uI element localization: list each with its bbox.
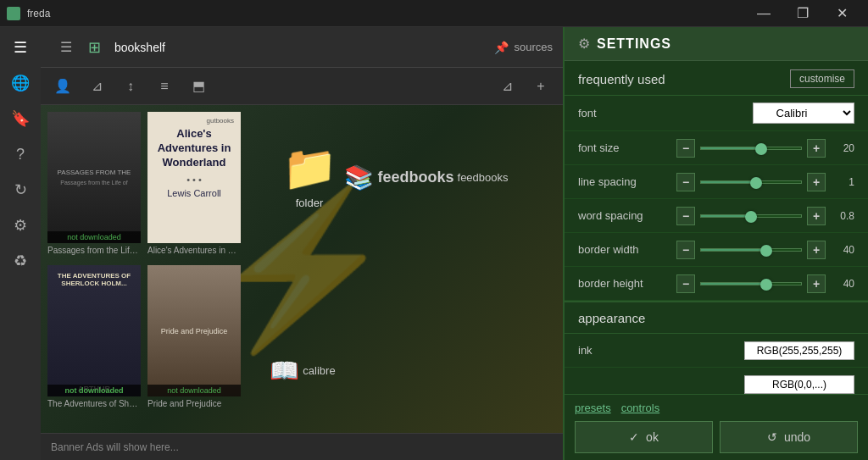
settings-title: SETTINGS bbox=[597, 36, 671, 52]
font-control: Calibri bbox=[753, 103, 854, 124]
font-size-fill bbox=[701, 147, 761, 149]
gear-icon: ⚙ bbox=[578, 36, 590, 52]
footer-links: presets controls bbox=[575, 402, 858, 421]
border-width-track[interactable] bbox=[700, 248, 802, 252]
restore-button[interactable]: ❐ bbox=[783, 0, 822, 27]
customise-button[interactable]: customise bbox=[790, 69, 854, 88]
book-title: The Adventures of Sherl... bbox=[47, 399, 141, 408]
sidebar-item-help[interactable]: ? bbox=[3, 137, 37, 171]
border-height-label: border height bbox=[578, 277, 663, 290]
undo-label: undo bbox=[784, 430, 810, 444]
add-button[interactable]: + bbox=[526, 71, 556, 102]
books-toolbar: 👤 ⊿ ↕ ≡ ⬒ ⊿ + bbox=[41, 68, 563, 105]
app-title: freda bbox=[27, 8, 50, 19]
word-spacing-plus[interactable]: + bbox=[807, 207, 826, 225]
app-icon bbox=[7, 7, 20, 20]
border-height-minus[interactable]: − bbox=[676, 274, 695, 293]
font-select[interactable]: Calibri bbox=[753, 103, 854, 124]
word-spacing-track[interactable] bbox=[700, 214, 802, 218]
word-spacing-minus[interactable]: − bbox=[676, 207, 695, 225]
sidebar-item-recycle[interactable]: ♻ bbox=[3, 244, 37, 278]
line-spacing-plus[interactable]: + bbox=[807, 173, 826, 191]
line-spacing-fill bbox=[701, 181, 756, 183]
list-item[interactable]: gutbooks Alice's Adventures in Wonderlan… bbox=[147, 112, 241, 255]
settings-header: ⚙ SETTINGS bbox=[565, 27, 868, 61]
not-downloaded-badge: not downloaded bbox=[47, 385, 141, 396]
ok-button[interactable]: ✓ ok bbox=[575, 421, 713, 453]
presets-link[interactable]: presets bbox=[575, 402, 611, 414]
bookshelf-label: bookshelf bbox=[114, 41, 165, 54]
word-spacing-label: word spacing bbox=[578, 209, 663, 222]
font-size-row: font size − + 20 bbox=[565, 131, 868, 165]
ink-label: ink bbox=[578, 344, 663, 357]
border-width-minus[interactable]: − bbox=[676, 241, 695, 259]
list-item[interactable]: PASSAGES FROM THE Passages from the Life… bbox=[47, 112, 141, 255]
line-spacing-row: line spacing − + 1 bbox=[565, 165, 868, 199]
ok-checkmark-icon: ✓ bbox=[629, 430, 639, 444]
close-button[interactable]: ✕ bbox=[822, 0, 861, 27]
sort-button[interactable]: ↕ bbox=[115, 71, 146, 102]
sidebar-item-bookmark[interactable]: 🔖 bbox=[3, 102, 37, 136]
book-cover: Pride and Prejudice not downloaded bbox=[147, 265, 241, 396]
appearance-section: appearance bbox=[565, 301, 868, 334]
titlebar: freda — ❐ ✕ bbox=[0, 0, 868, 27]
minimize-button[interactable]: — bbox=[744, 0, 783, 27]
book-cover: gutbooks Alice's Adventures in Wonderlan… bbox=[147, 112, 241, 243]
calibre-label: calibre bbox=[303, 364, 335, 377]
books-toolbar-right: ⊿ + bbox=[492, 71, 556, 102]
border-height-value: 40 bbox=[831, 278, 854, 290]
second-color-value[interactable]: RGB(0,0,...) bbox=[744, 375, 854, 394]
font-size-track[interactable] bbox=[700, 147, 802, 150]
undo-icon: ↺ bbox=[767, 430, 777, 444]
controls-link[interactable]: controls bbox=[621, 402, 660, 414]
sidebar-item-share[interactable]: ↻ bbox=[3, 173, 37, 207]
font-size-plus[interactable]: + bbox=[807, 139, 826, 158]
settings-panel: ⚙ SETTINGS frequently used customise fon… bbox=[563, 27, 868, 460]
line-spacing-minus[interactable]: − bbox=[676, 173, 695, 191]
list-item[interactable]: THE ADVENTURES OF SHERLOCK HOLM... ARTHU… bbox=[47, 265, 141, 408]
books-grid-inner: PASSAGES FROM THE Passages from the Life… bbox=[41, 105, 563, 433]
frequently-used-section: frequently used customise bbox=[565, 61, 868, 96]
sidebar-item-settings[interactable]: ⚙ bbox=[3, 208, 37, 242]
not-downloaded-badge: not downloaded bbox=[47, 231, 141, 243]
sidebar-item-menu[interactable]: ☰ bbox=[3, 30, 37, 64]
footer-buttons: ✓ ok ↺ undo bbox=[575, 421, 858, 453]
border-width-control: − + 40 bbox=[676, 241, 854, 259]
hamburger-button[interactable]: ☰ bbox=[51, 32, 81, 63]
undo-button[interactable]: ↺ undo bbox=[720, 421, 858, 453]
frequently-used-label: frequently used bbox=[578, 72, 665, 86]
sidebar-item-globe[interactable]: 🌐 bbox=[3, 66, 37, 100]
list-view-button[interactable]: ≡ bbox=[149, 71, 180, 102]
border-width-plus[interactable]: + bbox=[807, 241, 826, 259]
line-spacing-track[interactable] bbox=[700, 180, 802, 184]
second-color-control: RGB(0,0,...) bbox=[744, 375, 854, 394]
feedbooks-label: feedbooks bbox=[458, 171, 509, 184]
border-height-plus[interactable]: + bbox=[807, 274, 826, 293]
ok-label: ok bbox=[646, 430, 659, 444]
filter-right-button[interactable]: ⊿ bbox=[492, 71, 522, 102]
sources-section: 📌 sources bbox=[494, 41, 553, 54]
line-spacing-thumb[interactable] bbox=[750, 177, 762, 189]
export-button[interactable]: ⬒ bbox=[183, 71, 214, 102]
source-card-feedbooks[interactable]: 📚 feedbooks feedbooks bbox=[371, 112, 481, 243]
border-height-track[interactable] bbox=[700, 282, 802, 285]
word-spacing-control: − + 0.8 bbox=[676, 207, 854, 225]
second-color-row: RGB(0,0,...) bbox=[565, 368, 868, 394]
font-size-minus[interactable]: − bbox=[676, 139, 695, 158]
border-height-thumb[interactable] bbox=[760, 279, 772, 291]
ink-control: RGB(255,255,255) bbox=[744, 341, 854, 360]
font-size-thumb[interactable] bbox=[755, 143, 767, 155]
source-card-calibre[interactable]: 📖 calibre bbox=[248, 332, 358, 408]
word-spacing-thumb[interactable] bbox=[745, 211, 757, 223]
border-width-thumb[interactable] bbox=[760, 245, 772, 257]
banner-text: Banner Ads will show here... bbox=[51, 441, 179, 453]
book-title: Pride and Prejudice bbox=[147, 399, 241, 408]
filter-button[interactable]: ⊿ bbox=[81, 71, 112, 102]
feedbooks-icon: 📚 bbox=[344, 163, 374, 191]
line-spacing-value: 1 bbox=[831, 176, 854, 188]
person-button[interactable]: 👤 bbox=[47, 71, 78, 102]
ink-value[interactable]: RGB(255,255,255) bbox=[744, 341, 854, 360]
ink-row: ink RGB(255,255,255) bbox=[565, 334, 868, 368]
list-item[interactable]: Pride and Prejudice not downloaded Pride… bbox=[147, 265, 241, 408]
font-row: font Calibri bbox=[565, 96, 868, 131]
